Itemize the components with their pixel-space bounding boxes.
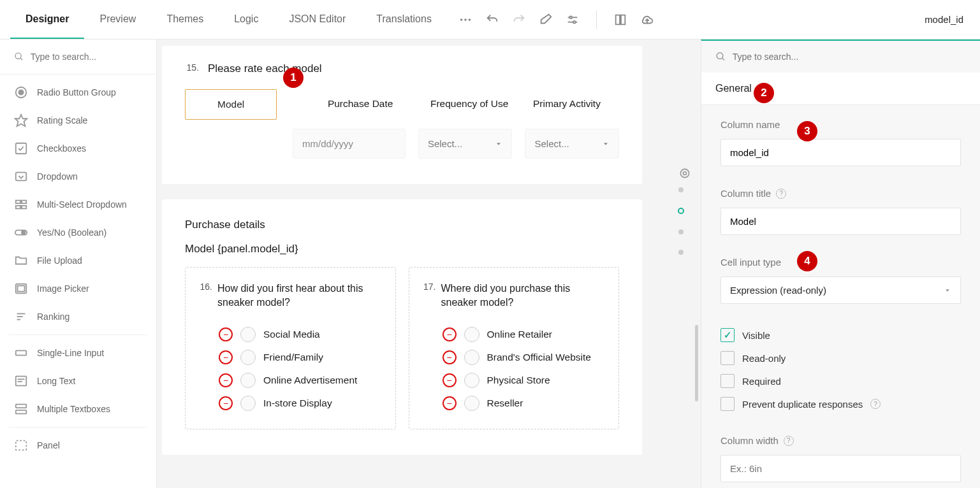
page-dot[interactable] bbox=[678, 187, 684, 192]
property-search-input[interactable] bbox=[733, 52, 966, 62]
question-title[interactable]: How did you first hear about this sneake… bbox=[217, 282, 383, 310]
toolbox-checkboxes[interactable]: Checkboxes bbox=[0, 134, 156, 162]
tab-preview[interactable]: Preview bbox=[84, 1, 151, 39]
question-title[interactable]: Please rate each model bbox=[208, 62, 322, 75]
toolbox-single-line-input[interactable]: Single-Line Input bbox=[0, 339, 156, 367]
column-width-input[interactable] bbox=[720, 455, 961, 482]
remove-option-icon[interactable]: − bbox=[219, 350, 233, 364]
radio-option[interactable]: −Online Advertisement bbox=[198, 369, 383, 392]
column-title-input[interactable] bbox=[720, 208, 961, 235]
radio-option[interactable]: −Online Retailer bbox=[422, 323, 606, 346]
toolbox-multi-select-dropdown[interactable]: Multi-Select Dropdown bbox=[0, 190, 156, 219]
toolbox-file-upload[interactable]: File Upload bbox=[0, 247, 156, 275]
eraser-icon[interactable] bbox=[539, 13, 553, 27]
remove-option-icon[interactable]: − bbox=[442, 373, 457, 387]
svg-point-33 bbox=[684, 172, 687, 175]
toolbox-long-text[interactable]: Long Text bbox=[0, 367, 156, 395]
column-header-model[interactable]: Model bbox=[185, 89, 277, 120]
toolbox-rating-scale[interactable]: Rating Scale bbox=[0, 106, 156, 134]
toolbox-boolean[interactable]: Yes/No (Boolean) bbox=[0, 219, 156, 247]
ranking-icon bbox=[14, 310, 28, 324]
question-card-16[interactable]: 16. How did you first hear about this sn… bbox=[185, 267, 396, 429]
radio-button[interactable] bbox=[240, 373, 256, 388]
radio-option[interactable]: −Social Media bbox=[198, 323, 383, 346]
radio-button[interactable] bbox=[240, 327, 256, 342]
design-canvas[interactable]: 15. Please rate each model Model Purchas… bbox=[157, 39, 701, 488]
required-checkbox[interactable]: Required bbox=[720, 374, 961, 388]
checkbox-icon bbox=[720, 328, 735, 342]
remove-option-icon[interactable]: − bbox=[442, 327, 457, 341]
radio-option[interactable]: −Reseller bbox=[422, 392, 606, 415]
property-tab-general[interactable]: General bbox=[701, 73, 980, 105]
radio-option[interactable]: −In-store Display bbox=[198, 392, 383, 415]
question-card-15[interactable]: 15. Please rate each model Model Purchas… bbox=[162, 46, 642, 184]
column-header-frequency[interactable]: Frequency of Use bbox=[427, 89, 516, 120]
tab-translations[interactable]: Translations bbox=[361, 1, 447, 39]
remove-option-icon[interactable]: − bbox=[219, 373, 233, 387]
page-dot-active[interactable] bbox=[678, 208, 684, 214]
radio-option[interactable]: −Brand's Official Website bbox=[422, 346, 606, 369]
svg-rect-31 bbox=[16, 441, 27, 450]
tab-themes[interactable]: Themes bbox=[151, 1, 219, 39]
toolbox-image-picker[interactable]: Image Picker bbox=[0, 275, 156, 303]
frequency-select[interactable]: Select... bbox=[418, 129, 513, 159]
radio-button[interactable] bbox=[464, 373, 479, 388]
page-indicator bbox=[678, 167, 684, 255]
toolbox-dropdown[interactable]: Dropdown bbox=[0, 162, 156, 190]
readonly-checkbox[interactable]: Read-only bbox=[720, 351, 961, 365]
activity-select[interactable]: Select... bbox=[525, 129, 619, 159]
radio-button[interactable] bbox=[240, 350, 256, 365]
redo-icon[interactable] bbox=[512, 13, 526, 27]
help-icon[interactable]: ? bbox=[870, 399, 881, 409]
toolbox-search-input[interactable] bbox=[31, 52, 143, 62]
page-dot[interactable] bbox=[678, 229, 684, 234]
question-title[interactable]: Where did you purchase this sneaker mode… bbox=[441, 282, 606, 310]
help-icon[interactable]: ? bbox=[776, 189, 786, 199]
page-dot[interactable] bbox=[678, 250, 684, 255]
toolbox-search[interactable] bbox=[0, 45, 156, 75]
text-input-icon bbox=[14, 346, 28, 360]
remove-option-icon[interactable]: − bbox=[442, 396, 457, 410]
help-icon[interactable]: ? bbox=[784, 436, 794, 446]
tab-logic[interactable]: Logic bbox=[219, 1, 274, 39]
search-icon bbox=[14, 51, 24, 62]
page-target-icon[interactable] bbox=[678, 167, 684, 172]
toolbox-multiple-textboxes[interactable]: Multiple Textboxes bbox=[0, 395, 156, 423]
scrollbar-thumb[interactable] bbox=[695, 325, 698, 401]
column-header-date[interactable]: Purchase Date bbox=[324, 89, 414, 120]
toolbox-panel[interactable]: Panel bbox=[0, 431, 156, 459]
multi-dropdown-icon bbox=[14, 197, 28, 212]
question-number: 17. bbox=[422, 282, 436, 310]
tab-json-editor[interactable]: JSON Editor bbox=[274, 1, 361, 39]
remove-option-icon[interactable]: − bbox=[219, 327, 233, 341]
radio-button[interactable] bbox=[464, 350, 479, 365]
question-card-panel[interactable]: Purchase details Model {panel.model_id} … bbox=[162, 199, 642, 455]
property-search[interactable] bbox=[701, 41, 980, 73]
prevent-duplicate-checkbox[interactable]: Prevent duplicate responses? bbox=[720, 397, 961, 411]
book-icon[interactable] bbox=[613, 13, 627, 27]
radio-button[interactable] bbox=[464, 327, 479, 342]
radio-option[interactable]: −Friend/Family bbox=[198, 346, 383, 369]
settings-sliders-icon[interactable] bbox=[566, 13, 580, 27]
cell-input-type-select[interactable]: Expression (read-only) bbox=[720, 276, 961, 304]
column-name-input[interactable] bbox=[720, 139, 961, 166]
more-icon[interactable] bbox=[458, 13, 472, 27]
date-input[interactable]: mm/dd/yyyy bbox=[293, 129, 406, 159]
question-card-17[interactable]: 17. Where did you purchase this sneaker … bbox=[409, 267, 620, 429]
tab-designer[interactable]: Designer bbox=[10, 1, 84, 39]
panel-icon bbox=[14, 438, 28, 452]
toolbox-radio-button-group[interactable]: Radio Button Group bbox=[0, 78, 156, 106]
column-name-label: Column name bbox=[720, 119, 961, 130]
radio-button[interactable] bbox=[464, 396, 479, 411]
column-header-activity[interactable]: Primary Activity bbox=[529, 89, 619, 120]
panel-section-title[interactable]: Purchase details bbox=[185, 219, 619, 231]
undo-icon[interactable] bbox=[485, 13, 499, 27]
toolbox-ranking[interactable]: Ranking bbox=[0, 303, 156, 331]
radio-button[interactable] bbox=[240, 396, 256, 411]
cloud-upload-icon[interactable] bbox=[640, 13, 654, 27]
remove-option-icon[interactable]: − bbox=[219, 396, 233, 410]
radio-option[interactable]: −Physical Store bbox=[422, 369, 606, 392]
panel-model-title[interactable]: Model {panel.model_id} bbox=[185, 243, 619, 255]
remove-option-icon[interactable]: − bbox=[442, 350, 457, 364]
visible-checkbox[interactable]: Visible bbox=[720, 328, 961, 342]
